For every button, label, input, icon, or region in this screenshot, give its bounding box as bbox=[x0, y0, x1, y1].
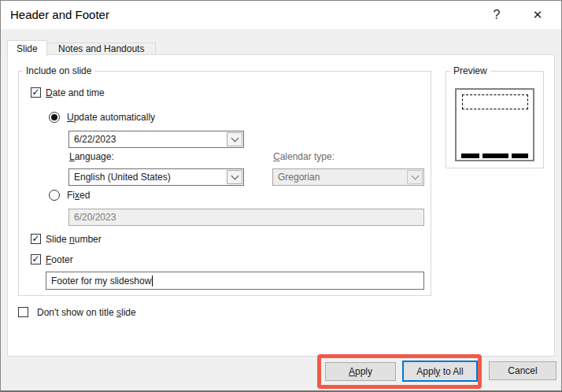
tab-slide[interactable]: Slide bbox=[7, 40, 47, 56]
chevron-down-icon bbox=[231, 135, 238, 142]
chevron-down-icon bbox=[231, 172, 238, 180]
dropdown-button bbox=[407, 170, 423, 184]
preview-title-placeholder bbox=[462, 94, 528, 109]
apply-button[interactable]: Apply bbox=[325, 362, 396, 381]
close-icon[interactable]: ✕ bbox=[520, 1, 555, 29]
dont-show-on-title-slide-checkbox[interactable] bbox=[18, 307, 28, 317]
title-bar: Header and Footer ? ✕ bbox=[1, 1, 561, 29]
text-cursor bbox=[152, 276, 153, 287]
dialog-title: Header and Footer bbox=[10, 8, 109, 21]
date-and-time-label[interactable]: Date and time bbox=[46, 87, 105, 98]
language-dropdown[interactable]: English (United States) bbox=[68, 168, 244, 186]
dont-show-on-title-slide-label[interactable]: Don't show on title slide bbox=[37, 307, 136, 318]
slide-number-checkbox[interactable]: ✓ bbox=[31, 234, 41, 244]
footer-text-field[interactable]: Footer for my slideshow bbox=[46, 272, 424, 290]
calendar-type-dropdown: Gregorian bbox=[272, 168, 424, 186]
preview-slide-thumbnail bbox=[455, 88, 534, 161]
fixed-date-field: 6/20/2023 bbox=[68, 209, 424, 226]
cancel-button[interactable]: Cancel bbox=[489, 361, 556, 380]
preview-footer-placeholder bbox=[483, 153, 508, 158]
fixed-label[interactable]: Fixed bbox=[67, 190, 90, 201]
calendar-type-label: Calendar type: bbox=[273, 151, 335, 162]
check-icon: ✓ bbox=[31, 235, 39, 243]
radio-dot-icon bbox=[51, 114, 57, 120]
chevron-down-icon bbox=[411, 172, 419, 180]
date-format-dropdown[interactable]: 6/22/2023 bbox=[68, 131, 244, 148]
update-automatically-label[interactable]: Update automatically bbox=[67, 112, 155, 123]
fixed-radio[interactable] bbox=[49, 190, 60, 201]
footer-label[interactable]: Footer bbox=[46, 254, 73, 265]
include-group-title: Include on slide bbox=[23, 65, 94, 76]
preview-slide-number-placeholder bbox=[512, 153, 528, 158]
footer-checkbox[interactable]: ✓ bbox=[31, 254, 41, 264]
update-automatically-radio[interactable] bbox=[49, 112, 60, 123]
language-label: Language: bbox=[69, 151, 114, 162]
check-icon: ✓ bbox=[31, 255, 39, 264]
dropdown-button[interactable] bbox=[227, 132, 242, 146]
date-and-time-checkbox[interactable]: ✓ bbox=[31, 87, 41, 98]
apply-to-all-button[interactable]: Apply to All bbox=[402, 361, 478, 382]
preview-group-title: Preview bbox=[450, 65, 490, 76]
header-footer-dialog: Header and Footer ? ✕ Slide Notes and Ha… bbox=[0, 0, 562, 392]
preview-date-placeholder bbox=[461, 153, 479, 158]
help-icon[interactable]: ? bbox=[479, 1, 514, 29]
dropdown-button[interactable] bbox=[227, 170, 242, 184]
tab-notes-and-handouts[interactable]: Notes and Handouts bbox=[46, 43, 156, 55]
check-icon: ✓ bbox=[31, 88, 39, 97]
slide-number-label[interactable]: Slide number bbox=[46, 234, 102, 245]
